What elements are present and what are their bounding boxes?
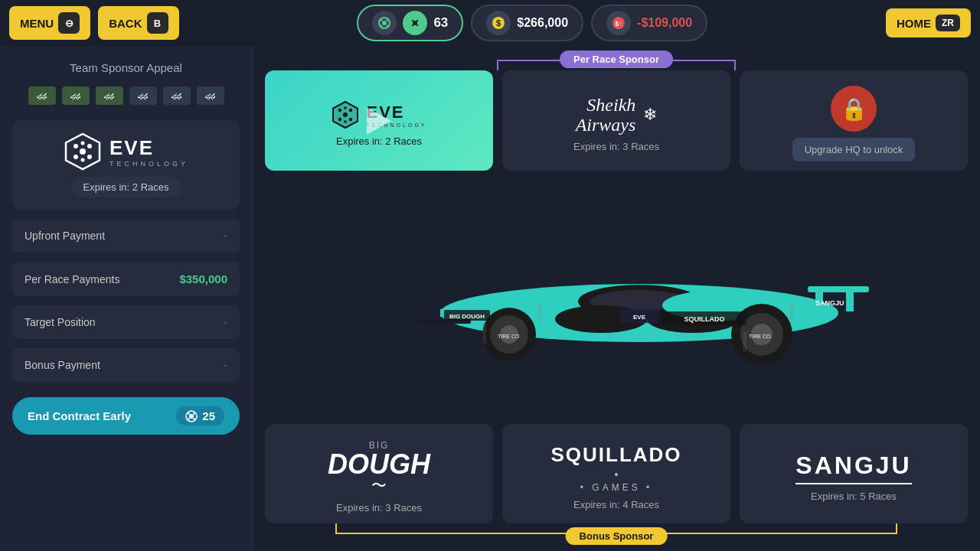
svg-point-36 bbox=[345, 106, 348, 109]
sponsor-top-row: EVE TECHNOLOGY Expires in: 2 Races Sheik… bbox=[265, 70, 968, 171]
dough-text: DOUGH bbox=[328, 451, 430, 478]
tokens-icon2 bbox=[403, 11, 427, 35]
back-label: BACK bbox=[109, 17, 142, 30]
f1-car-illustration: TIRE CO TIRE CO EVE SQUILLADO BIG DOUGH … bbox=[348, 221, 884, 374]
sheikh-snowflake-icon: ❄ bbox=[643, 105, 657, 125]
home-badge: ZR bbox=[936, 15, 960, 31]
svg-point-23 bbox=[80, 158, 84, 162]
target-value: - bbox=[224, 316, 227, 328]
bonus-sponsor-label: Bonus Sponsor bbox=[566, 527, 668, 545]
svg-point-32 bbox=[338, 109, 341, 112]
tokens-value: 63 bbox=[433, 15, 448, 31]
svg-text:TIRE CO: TIRE CO bbox=[749, 334, 771, 339]
svg-text:SQUILLADO: SQUILLADO bbox=[684, 315, 725, 323]
svg-point-3 bbox=[387, 19, 389, 21]
svg-point-7 bbox=[413, 21, 417, 25]
svg-point-4 bbox=[381, 25, 383, 28]
svg-point-25 bbox=[189, 414, 194, 419]
big-dough-logo: BIG DOUGH 〜 bbox=[328, 440, 430, 496]
squillado-logo: SQUILLADO • • GAMES • bbox=[550, 443, 681, 493]
svg-point-20 bbox=[74, 155, 78, 159]
top-center-stats: 63 $ $266,000 $↑ -$109,000 bbox=[187, 5, 878, 41]
money-icon: $ bbox=[486, 11, 511, 35]
svg-text:SANGJU: SANGJU bbox=[815, 299, 844, 307]
svg-point-19 bbox=[87, 144, 92, 148]
end-contract-cost-num: 25 bbox=[202, 409, 215, 422]
play-arrow-icon bbox=[367, 107, 391, 135]
svg-rect-41 bbox=[846, 292, 854, 311]
tokens-icon bbox=[372, 11, 397, 35]
end-contract-label: End Contract Early bbox=[28, 409, 131, 422]
expense-pill: $↑ -$109,000 bbox=[591, 5, 707, 41]
svg-rect-39 bbox=[808, 286, 869, 292]
appeal-icon-5: 🏎 bbox=[163, 86, 191, 105]
svg-point-9 bbox=[416, 20, 418, 21]
upgrade-hq-text: Upgrade HQ to unlock bbox=[792, 138, 916, 161]
sangju-name: SANGJU bbox=[795, 452, 911, 484]
lock-icon: 🔒 bbox=[831, 86, 877, 132]
main-layout: Team Sponsor Appeal 🏎 🏎 🏎 🏎 🏎 🏎 bbox=[0, 46, 980, 551]
top-bar: MENU ⊖ BACK B bbox=[0, 0, 980, 46]
bonus-payment-row: Bonus Payment - bbox=[12, 348, 240, 382]
sheikh-name: SheikhAirways bbox=[576, 95, 636, 135]
right-area: Per Race Sponsor bbox=[253, 46, 980, 551]
menu-badge: ⊖ bbox=[58, 12, 80, 34]
svg-text:CORTES: CORTES bbox=[482, 324, 487, 344]
sponsor-logo-box: EVE TECHNOLOGY Expires in: 2 Races bbox=[12, 120, 240, 210]
bullet-row: • bbox=[615, 468, 619, 481]
svg-point-27 bbox=[194, 412, 195, 414]
per-race-row: Per Race Payments $350,000 bbox=[12, 262, 240, 296]
back-button[interactable]: BACK B bbox=[98, 6, 178, 40]
big-dough-card[interactable]: BIG DOUGH 〜 Expires in: 3 Races bbox=[265, 424, 493, 523]
bigdough-expires: Expires in: 3 Races bbox=[336, 502, 422, 514]
menu-button[interactable]: MENU ⊖ bbox=[9, 6, 90, 40]
eve-hex-card bbox=[331, 100, 360, 129]
bonus-label-left: Bonus Payment bbox=[24, 359, 100, 371]
svg-point-33 bbox=[349, 109, 352, 112]
target-position-row: Target Position - bbox=[12, 305, 240, 339]
squillado-card[interactable]: SQUILLADO • • GAMES • Expires in: 4 Race… bbox=[502, 424, 730, 523]
sponsor-appeal-title: Team Sponsor Appeal bbox=[12, 61, 240, 74]
mustache-icon: 〜 bbox=[371, 475, 387, 496]
money-pill: $ $266,000 bbox=[471, 5, 583, 41]
upfront-value: - bbox=[224, 230, 227, 242]
appeal-icon-1: 🏎 bbox=[28, 86, 56, 105]
svg-text:EVE: EVE bbox=[633, 314, 646, 321]
svg-point-5 bbox=[387, 25, 389, 28]
eve-hex-icon-left bbox=[64, 132, 102, 171]
expense-icon: $↑ bbox=[606, 11, 631, 35]
svg-point-28 bbox=[188, 418, 190, 419]
per-race-label: Per Race Payments bbox=[24, 273, 120, 285]
appeal-icon-3: 🏎 bbox=[96, 86, 123, 105]
svg-point-37 bbox=[345, 120, 348, 123]
svg-text:CORTES: CORTES bbox=[743, 332, 747, 351]
eve-card-expires: Expires in: 2 Races bbox=[336, 135, 422, 147]
squillado-expires: Expires in: 4 Races bbox=[573, 499, 659, 510]
appeal-icon-4: 🏎 bbox=[129, 86, 157, 105]
expense-value: -$109,000 bbox=[637, 16, 692, 30]
svg-text:TIRE CO: TIRE CO bbox=[498, 334, 520, 339]
svg-point-35 bbox=[349, 118, 352, 121]
back-badge: B bbox=[147, 12, 168, 34]
home-button[interactable]: HOME ZR bbox=[886, 8, 971, 37]
eve-active-card[interactable]: EVE TECHNOLOGY Expires in: 2 Races bbox=[265, 70, 493, 171]
svg-point-34 bbox=[338, 118, 341, 121]
svg-point-29 bbox=[194, 418, 195, 419]
svg-point-22 bbox=[80, 142, 84, 145]
svg-point-1 bbox=[382, 21, 387, 25]
svg-point-8 bbox=[412, 20, 413, 21]
svg-point-31 bbox=[343, 112, 348, 117]
sheikh-airways-card[interactable]: SheikhAirways ❄ Expires in: 3 Races bbox=[502, 70, 730, 171]
upfront-payment-row: Upfront Payment - bbox=[12, 219, 240, 253]
sangju-card[interactable]: SANGJU Expires in: 5 Races bbox=[740, 424, 968, 523]
eve-logo-left: EVE TECHNOLOGY bbox=[64, 132, 188, 171]
appeal-icon-2: 🏎 bbox=[62, 86, 90, 105]
svg-point-18 bbox=[74, 144, 78, 148]
sheikh-logo: SheikhAirways ❄ bbox=[576, 95, 658, 135]
cost-token-icon bbox=[185, 410, 198, 422]
bonus-value: - bbox=[224, 359, 227, 371]
end-contract-button[interactable]: End Contract Early 25 bbox=[12, 397, 240, 435]
money-value: $266,000 bbox=[517, 16, 568, 30]
end-contract-cost-badge: 25 bbox=[176, 406, 224, 425]
appeal-icon-6: 🏎 bbox=[197, 86, 224, 105]
